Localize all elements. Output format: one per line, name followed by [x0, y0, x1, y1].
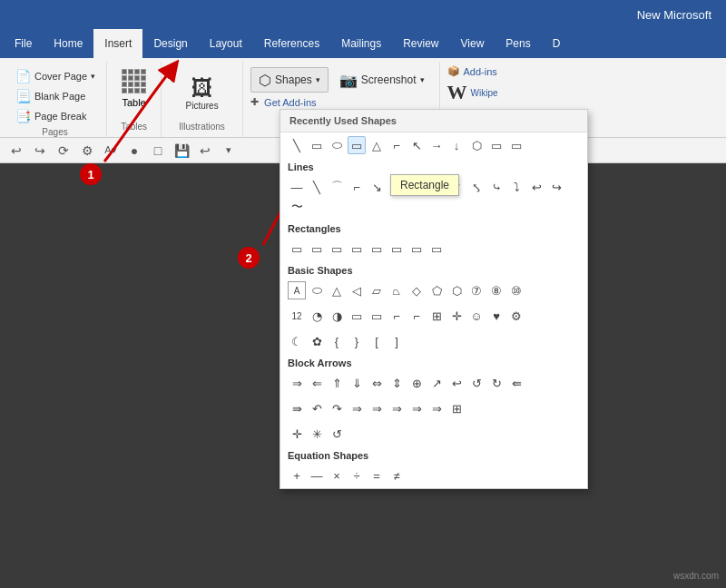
- tab-view[interactable]: View: [450, 29, 495, 58]
- ba-curl3[interactable]: ↻: [487, 374, 505, 392]
- bs-12[interactable]: 12: [288, 307, 306, 325]
- ba-fat2[interactable]: ⇒: [368, 399, 386, 417]
- bs-flower[interactable]: ✿: [308, 332, 326, 350]
- tab-layout[interactable]: Layout: [199, 29, 253, 58]
- rect-s4[interactable]: ▭: [348, 240, 366, 258]
- ba-fat1[interactable]: ⇒: [348, 399, 366, 417]
- bs-diamond[interactable]: ◇: [407, 281, 426, 299]
- ba-u[interactable]: ⇑: [328, 374, 346, 392]
- bs-oct[interactable]: ⑧: [487, 281, 505, 299]
- rect-s5[interactable]: ▭: [368, 240, 386, 258]
- tab-design[interactable]: Design: [142, 29, 198, 58]
- shape-arrow-c5[interactable]: ↩: [527, 178, 545, 196]
- rect-s7[interactable]: ▭: [407, 240, 426, 258]
- rect-s6[interactable]: ▭: [388, 240, 406, 258]
- qa-save-icon[interactable]: 💾: [172, 142, 191, 160]
- eq-eq[interactable]: =: [368, 466, 386, 485]
- shape-arrow-c3[interactable]: ⤷: [487, 178, 505, 196]
- bs-plus[interactable]: ⊞: [427, 307, 446, 325]
- shape-arrow1[interactable]: ↖: [407, 136, 426, 154]
- bs-half[interactable]: ▭: [368, 307, 386, 325]
- bs-textbox[interactable]: A: [288, 281, 306, 299]
- qa-redo-icon[interactable]: ↪: [31, 142, 49, 160]
- qa-undo2-icon[interactable]: ↩: [196, 142, 214, 160]
- rect-s1[interactable]: ▭: [288, 240, 306, 258]
- tab-file[interactable]: File: [4, 29, 43, 58]
- qa-text-icon[interactable]: A▾: [102, 142, 120, 160]
- shape-arrow2[interactable]: →: [427, 136, 446, 154]
- tab-d[interactable]: D: [542, 29, 572, 58]
- bs-tri[interactable]: △: [328, 281, 346, 299]
- shape-arrow-c6[interactable]: ↪: [547, 178, 565, 196]
- shape-corner1[interactable]: ⌐: [388, 136, 406, 154]
- table-btn[interactable]: Table: [114, 65, 153, 112]
- ba-quad[interactable]: ⊕: [407, 374, 426, 392]
- get-addins-label[interactable]: Get Add-ins: [264, 97, 316, 108]
- bs-para[interactable]: ▱: [368, 281, 386, 299]
- ba-curl1[interactable]: ↩: [447, 374, 466, 392]
- bs-brace2[interactable]: }: [348, 332, 366, 350]
- shape-elbow1[interactable]: ↘: [368, 178, 386, 196]
- shape-hex1[interactable]: ⬡: [467, 136, 486, 154]
- shape-rect3[interactable]: ▭: [487, 136, 505, 154]
- shape-rect4[interactable]: ▭: [507, 136, 525, 154]
- bs-gear[interactable]: ⚙: [507, 307, 525, 325]
- tab-pens[interactable]: Pens: [495, 29, 541, 58]
- ba-ud[interactable]: ⇕: [388, 374, 406, 392]
- eq-times[interactable]: ×: [328, 466, 346, 485]
- bs-moon[interactable]: ☾: [288, 332, 306, 350]
- bs-corner2[interactable]: ⌐: [407, 307, 426, 325]
- ba-lr[interactable]: ⇔: [368, 374, 386, 392]
- bs-frame[interactable]: ▭: [348, 307, 366, 325]
- bs-hex[interactable]: ⬡: [447, 281, 466, 299]
- shape-dline[interactable]: ╲: [308, 178, 326, 196]
- bs-smile[interactable]: ☺: [467, 307, 486, 325]
- ba-l[interactable]: ⇐: [308, 374, 326, 392]
- screenshot-button[interactable]: 📷 Screenshot ▾: [332, 67, 432, 93]
- tab-references[interactable]: References: [253, 29, 330, 58]
- bs-bracket2[interactable]: ]: [388, 332, 406, 350]
- shape-hline[interactable]: —: [288, 178, 306, 196]
- bs-ellipse[interactable]: ⬭: [308, 281, 326, 299]
- tab-mailings[interactable]: Mailings: [330, 29, 392, 58]
- bs-heart[interactable]: ♥: [487, 307, 505, 325]
- tab-insert[interactable]: Insert: [93, 29, 142, 58]
- qa-fill-icon[interactable]: ●: [125, 142, 143, 160]
- bs-pent[interactable]: ⬠: [427, 281, 446, 299]
- ba-loop[interactable]: ↺: [328, 425, 346, 443]
- bs-plus2[interactable]: ✛: [447, 307, 466, 325]
- bs-rtri[interactable]: ◁: [348, 281, 366, 299]
- ba-curl2[interactable]: ↺: [467, 374, 486, 392]
- ba-up1[interactable]: ↶: [308, 399, 326, 417]
- bs-ten[interactable]: ⑩: [507, 281, 525, 299]
- shape-angle1[interactable]: ⌐: [348, 178, 366, 196]
- rect-s8[interactable]: ▭: [427, 240, 446, 258]
- cover-page-btn[interactable]: 📄 Cover Page ▾: [11, 67, 99, 85]
- blank-page-btn[interactable]: 📃 Blank Page: [11, 87, 99, 105]
- pictures-btn[interactable]: 🖼 Pictures: [181, 74, 224, 114]
- shape-tri1[interactable]: △: [368, 136, 386, 154]
- ba-up2[interactable]: ↷: [328, 399, 346, 417]
- rect-s2[interactable]: ▭: [308, 240, 326, 258]
- addins-label-btn[interactable]: 📦 Add-ins: [447, 65, 505, 77]
- ba-snowflake[interactable]: ✳: [308, 425, 326, 443]
- ba-d[interactable]: ⇓: [348, 374, 366, 392]
- ba-ur[interactable]: ↗: [427, 374, 446, 392]
- eq-div[interactable]: ÷: [348, 466, 366, 485]
- eq-minus[interactable]: —: [308, 466, 326, 485]
- wiki-item[interactable]: W Wikipe: [447, 81, 505, 104]
- tab-review[interactable]: Review: [392, 29, 449, 58]
- page-break-btn[interactable]: 📑 Page Break: [11, 107, 99, 125]
- ba-r[interactable]: ⇒: [288, 374, 306, 392]
- bs-bracket1[interactable]: [: [368, 332, 386, 350]
- bs-chord[interactable]: ◑: [328, 307, 346, 325]
- bs-trap[interactable]: ⏢: [388, 281, 406, 299]
- ba-strip1[interactable]: ⇚: [507, 374, 525, 392]
- shape-arrow-c2[interactable]: ⤣: [467, 178, 486, 196]
- ba-fat4[interactable]: ⇒: [407, 399, 426, 417]
- shape-squig[interactable]: 〜: [288, 198, 306, 216]
- qa-shape-icon[interactable]: □: [149, 142, 167, 160]
- shape-rect1[interactable]: ▭: [308, 136, 326, 154]
- ba-fat3[interactable]: ⇒: [388, 399, 406, 417]
- ba-move[interactable]: ✛: [288, 425, 306, 443]
